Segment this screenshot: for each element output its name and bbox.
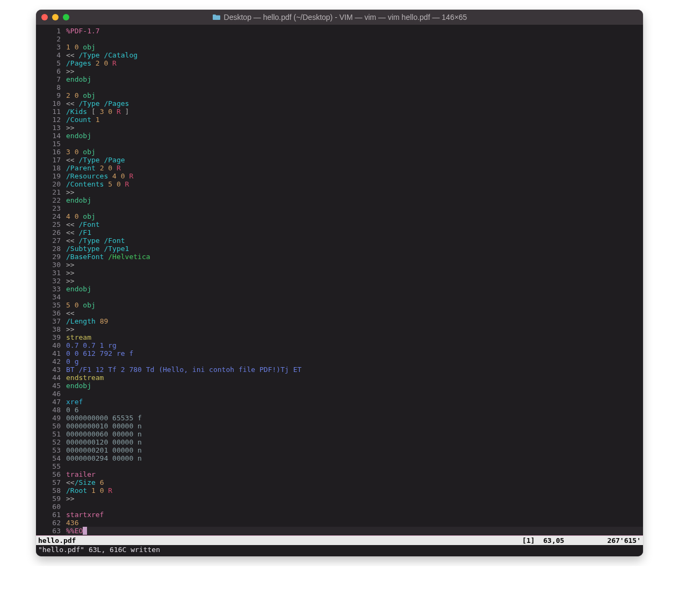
code-line[interactable]: 510000000060 00000 n: [36, 430, 643, 438]
code-line[interactable]: 520000000120 00000 n: [36, 438, 643, 446]
code-line[interactable]: 36<<: [36, 309, 643, 317]
code-content[interactable]: 0000000120 00000 n: [66, 438, 643, 446]
code-content[interactable]: 0000000060 00000 n: [66, 430, 643, 438]
code-line[interactable]: 46: [36, 390, 643, 398]
code-line[interactable]: 490000000000 65535 f: [36, 414, 643, 422]
code-line[interactable]: 26<< /F1: [36, 228, 643, 237]
code-content[interactable]: 0000000010 00000 n: [66, 422, 643, 430]
code-line[interactable]: 5/Pages 2 0 R: [36, 59, 643, 67]
code-line[interactable]: 7endobj: [36, 75, 643, 83]
code-line[interactable]: 25<< /Font: [36, 220, 643, 228]
code-line[interactable]: 500000000010 00000 n: [36, 422, 643, 430]
code-content[interactable]: startxref: [66, 511, 643, 519]
code-line[interactable]: 530000000201 00000 n: [36, 446, 643, 454]
code-content[interactable]: BT /F1 12 Tf 2 780 Td (Hello, ini contoh…: [66, 366, 643, 374]
code-line[interactable]: 60: [36, 503, 643, 511]
code-line[interactable]: 62436: [36, 519, 643, 527]
code-content[interactable]: >>: [66, 495, 643, 503]
code-content[interactable]: >>: [66, 325, 643, 333]
code-line[interactable]: 38>>: [36, 325, 643, 333]
code-line[interactable]: 31 0 obj: [36, 43, 643, 51]
code-line[interactable]: 61startxref: [36, 511, 643, 519]
code-line[interactable]: 33endobj: [36, 285, 643, 293]
code-content[interactable]: << /Type /Font: [66, 237, 643, 245]
code-line[interactable]: 45endobj: [36, 382, 643, 390]
code-content[interactable]: >>: [66, 277, 643, 285]
titlebar[interactable]: Desktop — hello.pdf (~/Desktop) - VIM — …: [36, 10, 643, 25]
code-line[interactable]: 13>>: [36, 124, 643, 132]
code-content[interactable]: [66, 83, 643, 91]
code-content[interactable]: 5 0 obj: [66, 301, 643, 309]
code-line[interactable]: 58/Root 1 0 R: [36, 486, 643, 495]
code-content[interactable]: << /Type /Page: [66, 156, 643, 164]
code-content[interactable]: xref: [66, 398, 643, 406]
code-line[interactable]: 20/Contents 5 0 R: [36, 180, 643, 188]
code-line[interactable]: 37/Length 89: [36, 317, 643, 325]
code-line[interactable]: 30>>: [36, 261, 643, 269]
code-content[interactable]: /Parent 2 0 R: [66, 164, 643, 172]
code-line[interactable]: 92 0 obj: [36, 91, 643, 99]
code-content[interactable]: 0 0 612 792 re f: [66, 349, 643, 357]
code-content[interactable]: %PDF-1.7: [66, 27, 643, 35]
code-line[interactable]: 28/Subtype /Type1: [36, 245, 643, 253]
code-content[interactable]: 3 0 obj: [66, 148, 643, 156]
code-line[interactable]: 57<</Size 6: [36, 478, 643, 486]
code-content[interactable]: trailer: [66, 470, 643, 478]
code-line[interactable]: 63%%EO: [36, 527, 643, 535]
code-line[interactable]: 1%PDF-1.7: [36, 27, 643, 35]
code-line[interactable]: 31>>: [36, 269, 643, 277]
code-line[interactable]: 10<< /Type /Pages: [36, 99, 643, 108]
code-content[interactable]: /BaseFont /Helvetica: [66, 253, 643, 261]
code-line[interactable]: 47xref: [36, 398, 643, 406]
zoom-icon[interactable]: [63, 14, 69, 20]
code-line[interactable]: 27<< /Type /Font: [36, 237, 643, 245]
code-line[interactable]: 22endobj: [36, 196, 643, 204]
code-content[interactable]: << /Type /Pages: [66, 99, 643, 108]
code-line[interactable]: 6>>: [36, 67, 643, 75]
code-content[interactable]: >>: [66, 188, 643, 196]
code-content[interactable]: <</Size 6: [66, 478, 643, 486]
code-content[interactable]: /Length 89: [66, 317, 643, 325]
code-line[interactable]: 14endobj: [36, 132, 643, 140]
code-content[interactable]: >>: [66, 67, 643, 75]
code-line[interactable]: 18/Parent 2 0 R: [36, 164, 643, 172]
code-content[interactable]: endobj: [66, 382, 643, 390]
code-content[interactable]: << /Type /Catalog: [66, 51, 643, 59]
code-content[interactable]: /Kids [ 3 0 R ]: [66, 108, 643, 116]
code-line[interactable]: 39stream: [36, 333, 643, 341]
code-content[interactable]: 0 6: [66, 406, 643, 414]
code-content[interactable]: <<: [66, 309, 643, 317]
code-line[interactable]: 23: [36, 204, 643, 212]
code-content[interactable]: [66, 293, 643, 301]
code-content[interactable]: [66, 390, 643, 398]
code-content[interactable]: endstream: [66, 374, 643, 382]
code-content[interactable]: 0000000201 00000 n: [66, 446, 643, 454]
code-content[interactable]: endobj: [66, 196, 643, 204]
code-line[interactable]: 29/BaseFont /Helvetica: [36, 253, 643, 261]
code-content[interactable]: endobj: [66, 75, 643, 83]
code-line[interactable]: 17<< /Type /Page: [36, 156, 643, 164]
code-line[interactable]: 244 0 obj: [36, 212, 643, 220]
code-line[interactable]: 8: [36, 83, 643, 91]
code-content[interactable]: /Pages 2 0 R: [66, 59, 643, 67]
code-content[interactable]: [66, 503, 643, 511]
code-line[interactable]: 55: [36, 462, 643, 470]
code-line[interactable]: 163 0 obj: [36, 148, 643, 156]
code-line[interactable]: 540000000294 00000 n: [36, 454, 643, 462]
code-content[interactable]: << /F1: [66, 228, 643, 237]
code-content[interactable]: 0000000294 00000 n: [66, 454, 643, 462]
code-content[interactable]: 4 0 obj: [66, 212, 643, 220]
editor-area[interactable]: 1%PDF-1.7231 0 obj4<< /Type /Catalog5/Pa…: [36, 25, 643, 535]
code-content[interactable]: stream: [66, 333, 643, 341]
code-content[interactable]: %%EO: [66, 527, 643, 535]
code-content[interactable]: /Root 1 0 R: [66, 486, 643, 495]
code-content[interactable]: [66, 35, 643, 43]
code-content[interactable]: [66, 204, 643, 212]
code-content[interactable]: >>: [66, 261, 643, 269]
code-content[interactable]: [66, 462, 643, 470]
code-line[interactable]: 44endstream: [36, 374, 643, 382]
code-content[interactable]: << /Font: [66, 220, 643, 228]
code-line[interactable]: 480 6: [36, 406, 643, 414]
code-line[interactable]: 4<< /Type /Catalog: [36, 51, 643, 59]
close-icon[interactable]: [41, 14, 48, 20]
